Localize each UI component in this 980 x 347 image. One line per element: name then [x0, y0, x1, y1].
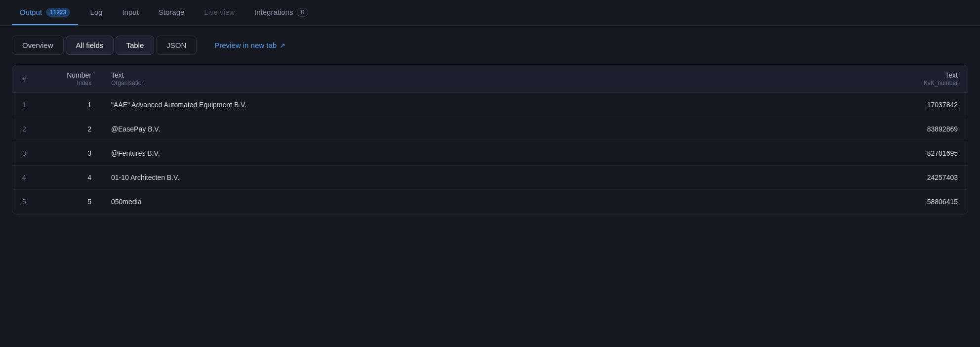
cell-index: 1 — [42, 93, 101, 117]
table-row: 4 4 01-10 Architecten B.V. 24257403 — [12, 166, 968, 190]
overview-button[interactable]: Overview — [12, 36, 64, 55]
cell-index: 3 — [42, 141, 101, 166]
cell-row-num: 4 — [12, 166, 42, 190]
cell-index: 5 — [42, 190, 101, 214]
view-toolbar: Overview All fields Table JSON Preview i… — [0, 26, 980, 65]
tab-integrations-badge: 0 — [297, 8, 308, 17]
cell-row-num: 5 — [12, 190, 42, 214]
table-body: 1 1 "AAE" Advanced Automated Equipment B… — [12, 93, 968, 214]
cell-kvk: 24257403 — [879, 166, 968, 190]
cell-organisation: 050media — [101, 190, 879, 214]
cell-organisation: @EasePay B.V. — [101, 117, 879, 141]
cell-kvk: 17037842 — [879, 93, 968, 117]
cell-kvk: 83892869 — [879, 117, 968, 141]
all-fields-button[interactable]: All fields — [66, 36, 114, 55]
cell-row-num: 1 — [12, 93, 42, 117]
table-row: 3 3 @Fentures B.V. 82701695 — [12, 141, 968, 166]
cell-organisation: @Fentures B.V. — [101, 141, 879, 166]
tab-live-view[interactable]: Live view — [196, 0, 243, 25]
external-link-icon: ↗ — [280, 42, 286, 49]
col-header-organisation: Text Organisation — [101, 65, 879, 93]
table-row: 5 5 050media 58806415 — [12, 190, 968, 214]
top-tabs-bar: Output 11223 Log Input Storage Live view… — [0, 0, 980, 26]
tab-output[interactable]: Output 11223 — [12, 0, 78, 25]
tab-integrations[interactable]: Integrations 0 — [246, 0, 316, 25]
cell-index: 2 — [42, 117, 101, 141]
tab-integrations-label: Integrations — [254, 8, 293, 16]
table-row: 2 2 @EasePay B.V. 83892869 — [12, 117, 968, 141]
data-table-container: # Number Index Text Organisation Text Kv… — [12, 65, 968, 215]
tab-live-view-label: Live view — [204, 8, 235, 16]
cell-index: 4 — [42, 166, 101, 190]
preview-in-new-tab-link[interactable]: Preview in new tab ↗ — [204, 36, 295, 54]
cell-kvk: 58806415 — [879, 190, 968, 214]
col-header-hash: # — [12, 65, 42, 93]
tab-output-badge: 11223 — [46, 8, 70, 17]
col-header-kvk: Text KvK_number — [879, 65, 968, 93]
tab-log[interactable]: Log — [82, 0, 110, 25]
table-button[interactable]: Table — [116, 36, 154, 55]
tab-storage[interactable]: Storage — [151, 0, 193, 25]
cell-row-num: 3 — [12, 141, 42, 166]
cell-row-num: 2 — [12, 117, 42, 141]
output-table: # Number Index Text Organisation Text Kv… — [12, 65, 968, 214]
tab-input-label: Input — [122, 8, 138, 16]
cell-organisation: "AAE" Advanced Automated Equipment B.V. — [101, 93, 879, 117]
tab-log-label: Log — [90, 8, 102, 16]
col-header-number: Number Index — [42, 65, 101, 93]
preview-link-label: Preview in new tab — [214, 41, 277, 49]
cell-kvk: 82701695 — [879, 141, 968, 166]
tab-storage-label: Storage — [159, 8, 185, 16]
json-button[interactable]: JSON — [156, 36, 197, 55]
table-row: 1 1 "AAE" Advanced Automated Equipment B… — [12, 93, 968, 117]
tab-output-label: Output — [20, 8, 42, 16]
table-header-row: # Number Index Text Organisation Text Kv… — [12, 65, 968, 93]
cell-organisation: 01-10 Architecten B.V. — [101, 166, 879, 190]
tab-input[interactable]: Input — [114, 0, 146, 25]
